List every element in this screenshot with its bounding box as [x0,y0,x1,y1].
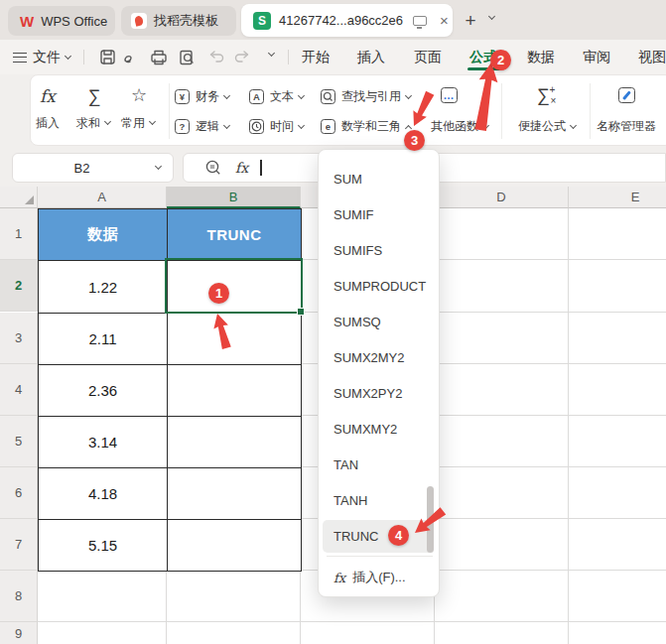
menu-item-sum[interactable]: SUM [319,161,441,196]
cell-a2[interactable]: 1.22 [39,261,168,314]
menu-item-sumif[interactable]: SUMIF [319,196,441,232]
chevron-down-icon [298,121,305,128]
name-box[interactable]: B2 [12,153,174,183]
wps-logo-icon: W [20,13,34,30]
cell-b3[interactable] [168,314,302,365]
column-header-d[interactable]: D [435,187,569,208]
name-manager-button[interactable]: 名称管理器 [591,118,662,135]
row-header-1[interactable]: 1 [0,208,38,260]
fill-handle[interactable] [297,308,305,316]
print-preview-icon[interactable] [181,52,193,64]
chevron-down-icon [223,121,230,128]
tab-docer-templates[interactable]: 找稻壳模板 [121,6,236,36]
menu-item-review[interactable]: 审阅 [575,48,618,67]
select-all-corner[interactable] [0,187,38,208]
tab-label: 找稻壳模板 [154,12,218,30]
other-functions-button[interactable]: 其他函数 [431,118,488,135]
dots-glyph: … [441,87,458,103]
common-functions-icon[interactable]: ☆ [119,82,159,108]
time-functions-button[interactable]: 时间 [249,118,304,135]
menu-item-sumx2my2[interactable]: SUMX2MY2 [319,339,441,375]
enter-fullscreen-icon[interactable] [413,16,427,26]
menu-item-sumifs[interactable]: SUMIFS [319,232,441,268]
menu-item-view[interactable]: 视图 [630,48,666,67]
row-header-6[interactable]: 6 [0,467,38,519]
menu-item-trunc[interactable]: TRUNC [319,518,441,554]
tab-active-document[interactable]: S 41267742...a96cc2e6 × [241,4,453,37]
cell-a5[interactable]: 3.14 [39,417,168,468]
common-functions-button[interactable]: 常用 [121,115,155,131]
menu-item-sumx2py2[interactable]: SUMX2PY2 [319,375,441,411]
insert-function-icon[interactable]: fx [28,83,67,109]
text-functions-button[interactable]: A 文本 [249,88,304,105]
redo-icon[interactable] [236,52,248,62]
menu-item-insert-function[interactable]: fx 插入(F)... [319,560,441,595]
lookup-reference-button[interactable]: 查找与引用 [321,88,411,105]
docer-icon [131,13,147,29]
menu-item-sumsq[interactable]: SUMSQ [319,304,441,339]
hamburger-menu-icon[interactable] [13,53,27,63]
print-icon[interactable] [152,52,166,64]
menu-item-data[interactable]: 数据 [519,48,563,67]
cell-a4[interactable]: 2.36 [39,365,168,417]
row-header-5[interactable]: 5 [0,416,38,467]
text-cursor [260,160,262,176]
sigma-glyph: ∑ [537,85,550,106]
menu-item-insert[interactable]: 插入 [349,48,393,67]
row-header-3[interactable]: 3 [0,313,38,364]
dropdown-scrollbar-thumb[interactable] [427,486,434,553]
column-header-b[interactable]: B [167,187,301,208]
text-label: 文本 [270,88,294,105]
finance-functions-button[interactable]: ¥ 财务 [175,88,229,105]
search-equals-icon[interactable] [205,160,221,176]
logic-functions-button[interactable]: ? 逻辑 [175,118,229,135]
row-header-9[interactable]: 9 [0,622,38,644]
quick-formula-icon[interactable]: ∑ + × [531,82,567,108]
cell-a3[interactable]: 2.11 [39,314,168,365]
menu-item-page[interactable]: 页面 [406,48,450,67]
tab-wps-home[interactable]: W WPS Office [8,6,115,36]
file-menu[interactable]: 文件 [33,50,70,65]
math-trig-label: 数学和三角 [341,118,401,135]
tab-list-chevron-icon[interactable] [488,13,495,20]
math-trig-button[interactable]: e 数学和三角 [321,118,411,135]
cell-a7[interactable]: 5.15 [39,520,168,572]
cell-b4[interactable] [168,365,302,417]
menu-item-tanh[interactable]: TANH [319,482,441,518]
undo-icon[interactable] [211,52,223,62]
column-header-a[interactable]: A [38,187,167,208]
logic-label: 逻辑 [196,118,219,135]
name-manager-icon[interactable] [612,84,640,106]
cell-b5[interactable] [168,417,302,468]
row-header-2[interactable]: 2 [0,260,38,312]
column-header-e[interactable]: E [569,187,666,208]
autosum-button[interactable]: 求和 [76,115,110,131]
table-header-cell-b1[interactable]: TRUNC [168,209,302,261]
save-icon[interactable] [101,51,114,64]
menu-item-sumproduct[interactable]: SUMPRODUCT [319,268,441,304]
sigma-glyph: ∑ [88,86,101,107]
text-icon: A [249,89,264,104]
table-header-cell-a1[interactable]: 数据 [39,209,168,261]
tab-label: WPS Office [41,14,107,29]
menu-item-sumxmy2[interactable]: SUMXMY2 [319,411,441,447]
cell-b6[interactable] [168,468,302,520]
cell-b7[interactable] [168,520,302,572]
close-tab-icon[interactable]: × [440,12,449,29]
autosum-icon[interactable]: ∑ [74,83,114,109]
insert-function-label: 插入(F)... [352,569,405,586]
output-icon[interactable] [125,57,131,63]
star-glyph: ☆ [131,84,147,106]
new-tab-button[interactable]: + [460,10,481,32]
other-functions-icon[interactable]: … [435,84,463,106]
file-menu-label: 文件 [33,49,61,66]
menu-item-home[interactable]: 开始 [294,48,337,67]
row-header-4[interactable]: 4 [0,364,38,416]
row-header-8[interactable]: 8 [0,571,38,622]
quick-formula-button[interactable]: 便捷公式 [518,118,576,135]
cell-a6[interactable]: 4.18 [39,468,168,520]
menu-item-tan[interactable]: TAN [319,447,441,482]
insert-function-button[interactable]: 插入 [28,115,67,131]
quick-formula-label: 便捷公式 [518,118,566,135]
row-header-7[interactable]: 7 [0,519,38,571]
